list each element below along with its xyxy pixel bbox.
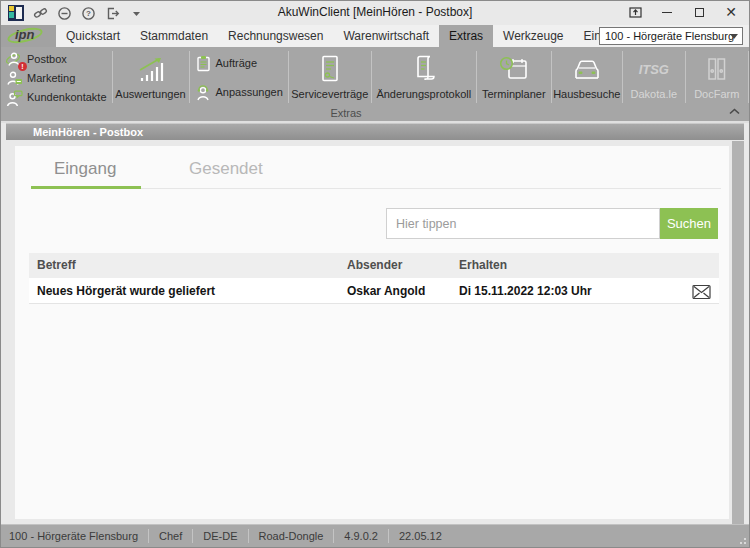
mdi-window-titlebar[interactable]: MeinHören - Postbox: [6, 123, 744, 140]
ribbon: ! Postbox Marketing Kundenkontakte: [1, 47, 749, 121]
cell-betreff: Neues Hörgerät wurde geliefert: [37, 284, 215, 298]
status-version: 4.9.0.2: [334, 530, 388, 542]
tab-werkzeuge[interactable]: Werkzeuge: [493, 25, 573, 47]
maximize-button[interactable]: [683, 1, 715, 23]
postbox-panel: Eingang Gesendet Suchen Betreff Absender…: [15, 146, 729, 519]
docfarm-icon: [705, 52, 729, 86]
bring-to-front-button[interactable]: [619, 1, 651, 23]
postbox-icon: !: [6, 51, 23, 68]
ribbon-item-hausbesuche[interactable]: Hausbesuche: [554, 49, 620, 100]
ribbon-separator: [112, 51, 113, 103]
tab-extras[interactable]: Extras: [439, 25, 493, 47]
servicevertraege-icon: [315, 52, 345, 86]
window-controls: ✕: [619, 1, 747, 23]
hausbesuche-icon: [570, 52, 604, 86]
mdi-client-area: Eingang Gesendet Suchen Betreff Absender…: [6, 140, 744, 525]
ribbon-item-terminplaner[interactable]: Terminplaner: [479, 49, 549, 100]
status-branch: 100 - Hörgeräte Flensburg: [1, 530, 148, 542]
ribbon-item-dakota: ITSG Dakota.le: [625, 49, 683, 100]
anpassungen-icon: [195, 84, 212, 101]
vertical-scrollbar[interactable]: [732, 141, 744, 524]
ribbon-group-label: Extras: [1, 107, 691, 119]
cell-erhalten: Di 15.11.2022 12:03 Uhr: [459, 284, 592, 298]
ribbon-item-auswertungen[interactable]: Auswertungen: [115, 49, 187, 100]
status-dongle: Road-Dongle: [249, 530, 334, 542]
marketing-icon: [6, 70, 23, 87]
ribbon-item-anpassungen[interactable]: Anpassungen: [192, 83, 286, 101]
search-input[interactable]: [386, 208, 660, 239]
ribbon-separator: [748, 51, 749, 103]
titlebar: ? AkuWinClient [MeinHören - Postbox] ✕: [1, 1, 749, 25]
ribbon-item-aenderungsprotokoll[interactable]: Änderungsprotokoll: [374, 49, 474, 100]
ribbon-item-postbox[interactable]: ! Postbox: [3, 50, 110, 68]
itsg-logo-icon: ITSG: [639, 52, 669, 86]
ribbon-item-auftraege[interactable]: Aufträge: [192, 54, 286, 72]
ribbon-separator: [476, 51, 477, 103]
ribbon-separator: [371, 51, 372, 103]
notification-badge: !: [18, 62, 27, 71]
tab-gesendet[interactable]: Gesendet: [189, 159, 263, 179]
ribbon-separator: [685, 51, 686, 103]
minimize-button[interactable]: [651, 1, 683, 23]
tab-stammdaten[interactable]: Stammdaten: [130, 25, 218, 47]
search-button[interactable]: Suchen: [660, 208, 718, 239]
menu-tabrow: ipn Quickstart Stammdaten Rechnungswesen…: [1, 25, 749, 47]
close-button[interactable]: ✕: [715, 1, 747, 23]
column-header-betreff[interactable]: Betreff: [37, 258, 76, 272]
table-header: Betreff Absender Erhalten: [29, 253, 719, 278]
ribbon-separator: [189, 51, 190, 103]
status-user: Chef: [149, 530, 192, 542]
status-build-date: 22.05.12: [389, 530, 452, 542]
cell-absender: Oskar Angold: [347, 284, 425, 298]
ribbon-separator: [551, 51, 552, 103]
branch-selector[interactable]: 100 - Hörgeräte Flensburg: [599, 27, 743, 45]
envelope-icon: [692, 284, 711, 303]
ribbon-item-marketing[interactable]: Marketing: [3, 69, 110, 87]
statusbar: 100 - Hörgeräte Flensburg Chef DE-DE Roa…: [1, 524, 749, 547]
kundenkontakte-icon: [6, 89, 23, 106]
ribbon-separator: [288, 51, 289, 103]
search-bar: Suchen: [386, 208, 718, 239]
column-header-absender[interactable]: Absender: [347, 258, 402, 272]
ribbon-item-docfarm: DocFarm: [688, 49, 746, 100]
column-header-erhalten[interactable]: Erhalten: [459, 258, 507, 272]
active-tab-indicator: [31, 186, 141, 189]
table-row[interactable]: Neues Hörgerät wurde geliefert Oskar Ang…: [29, 278, 719, 304]
ribbon-separator: [622, 51, 623, 103]
status-locale: DE-DE: [193, 530, 247, 542]
ribbon-item-servicevertraege[interactable]: Serviceverträge: [291, 49, 369, 100]
tab-rechnungswesen[interactable]: Rechnungswesen: [218, 25, 333, 47]
application-window: ? AkuWinClient [MeinHören - Postbox] ✕ i…: [0, 0, 750, 548]
mdi-window-title: MeinHören - Postbox: [33, 126, 143, 138]
auftraege-icon: [195, 55, 212, 72]
tab-quickstart[interactable]: Quickstart: [56, 25, 130, 47]
chevron-down-icon: [730, 34, 738, 39]
aenderungsprotokoll-icon: [409, 52, 439, 86]
tab-divider-line: [141, 188, 721, 189]
ribbon-item-kundenkontakte[interactable]: Kundenkontakte: [3, 88, 110, 106]
auswertungen-icon: [135, 52, 167, 86]
ribbon-collapse-button[interactable]: [727, 105, 741, 117]
resize-grip[interactable]: [737, 535, 747, 545]
tab-warenwirtschaft[interactable]: Warenwirtschaft: [333, 25, 439, 47]
ipn-logo: ipn: [1, 25, 56, 47]
terminplaner-icon: [498, 52, 530, 86]
tab-eingang[interactable]: Eingang: [54, 159, 116, 179]
